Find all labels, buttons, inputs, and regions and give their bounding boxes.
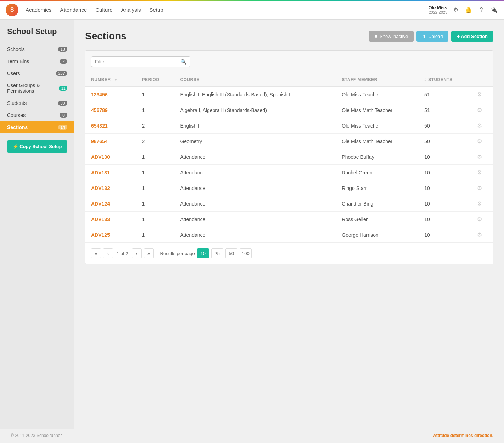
nav-analysis[interactable]: Analysis xyxy=(121,5,141,14)
cell-course-9: Attendance xyxy=(174,227,336,243)
add-section-label: + Add Section xyxy=(457,34,488,39)
section-link-8[interactable]: ADV133 xyxy=(91,217,110,222)
nav-academics[interactable]: Academics xyxy=(26,5,51,14)
sidebar-item-students[interactable]: Students 99 xyxy=(0,97,74,109)
add-section-button[interactable]: + Add Section xyxy=(451,31,493,42)
sidebar-item-schools[interactable]: Schools 18 xyxy=(0,43,74,55)
per-page-10[interactable]: 10 xyxy=(197,248,209,258)
show-inactive-button[interactable]: Show inactive xyxy=(369,31,414,42)
sections-table: NUMBER ▼ PERIOD COURSE STAFF MEMBER # ST… xyxy=(85,73,493,242)
cell-staff-3: Ole Miss Math Teacher xyxy=(336,134,419,149)
cell-period-2: 2 xyxy=(136,118,175,134)
row-gear-icon-3[interactable]: ⚙ xyxy=(477,138,482,144)
table-row: 654321 2 English II Ole Miss Teacher 50 … xyxy=(85,118,493,134)
bell-icon[interactable]: 🔔 xyxy=(464,6,473,14)
nav-attendance[interactable]: Attendance xyxy=(60,5,87,14)
section-link-4[interactable]: ADV130 xyxy=(91,154,110,160)
cell-gear-4: ⚙ xyxy=(471,149,493,165)
logo[interactable]: S xyxy=(6,4,18,16)
per-page-25[interactable]: 25 xyxy=(211,248,223,258)
sidebar-item-sections[interactable]: Sections 14 xyxy=(0,121,74,133)
cell-period-4: 1 xyxy=(136,149,175,165)
cell-number-9: ADV125 xyxy=(85,227,136,243)
sidebar-title: School Setup xyxy=(0,27,74,43)
cell-number-0: 123456 xyxy=(85,87,136,102)
row-gear-icon-0[interactable]: ⚙ xyxy=(477,91,482,97)
sidebar-label-sections: Sections xyxy=(7,124,28,130)
cell-gear-5: ⚙ xyxy=(471,165,493,180)
cell-number-3: 987654 xyxy=(85,134,136,149)
cell-students-7: 10 xyxy=(419,196,471,212)
sidebar-item-term-bins[interactable]: Term Bins 7 xyxy=(0,55,74,67)
cell-gear-2: ⚙ xyxy=(471,118,493,134)
cell-students-2: 50 xyxy=(419,118,471,134)
sidebar-item-courses[interactable]: Courses 8 xyxy=(0,109,74,121)
section-link-1[interactable]: 456789 xyxy=(91,107,108,113)
cell-number-4: ADV130 xyxy=(85,149,136,165)
cell-gear-0: ⚙ xyxy=(471,87,493,102)
sidebar-item-users[interactable]: Users 267 xyxy=(0,67,74,79)
sidebar-badge-students: 99 xyxy=(58,101,67,106)
upload-button[interactable]: ⬆ Upload xyxy=(416,31,448,42)
last-page-button[interactable]: » xyxy=(144,248,154,258)
next-page-button[interactable]: › xyxy=(132,248,142,258)
prev-page-button[interactable]: ‹ xyxy=(103,248,113,258)
help-icon[interactable]: ? xyxy=(477,6,486,14)
cell-number-7: ADV124 xyxy=(85,196,136,212)
sidebar-label-courses: Courses xyxy=(7,112,26,118)
row-gear-icon-8[interactable]: ⚙ xyxy=(477,216,482,222)
sidebar-badge-user-groups: 11 xyxy=(59,86,67,91)
section-link-6[interactable]: ADV132 xyxy=(91,185,110,191)
cell-course-5: Attendance xyxy=(174,165,336,180)
sidebar-item-user-groups[interactable]: User Groups & Permissions 11 xyxy=(0,79,74,97)
col-period: PERIOD xyxy=(136,73,175,87)
section-link-0[interactable]: 123456 xyxy=(91,92,108,97)
copy-school-setup-button[interactable]: ⚡ Copy School Setup xyxy=(7,140,67,153)
cell-course-8: Attendance xyxy=(174,212,336,227)
first-page-button[interactable]: « xyxy=(91,248,101,258)
section-link-3[interactable]: 987654 xyxy=(91,139,108,144)
table-row: ADV125 1 Attendance George Harrison 10 ⚙ xyxy=(85,227,493,243)
col-number[interactable]: NUMBER ▼ xyxy=(85,73,136,87)
show-inactive-dot xyxy=(375,35,377,38)
table-row: 987654 2 Geometry Ole Miss Math Teacher … xyxy=(85,134,493,149)
main-content: Sections Show inactive ⬆ Upload + Add Se… xyxy=(74,20,504,429)
nav-culture[interactable]: Culture xyxy=(95,5,112,14)
cell-period-9: 1 xyxy=(136,227,175,243)
section-link-5[interactable]: ADV131 xyxy=(91,170,110,175)
user-info: Ole Miss 2022-2023 xyxy=(429,5,447,15)
per-page-100[interactable]: 100 xyxy=(240,248,252,258)
cell-period-1: 1 xyxy=(136,102,175,118)
per-page-50[interactable]: 50 xyxy=(225,248,237,258)
row-gear-icon-4[interactable]: ⚙ xyxy=(477,154,482,160)
section-link-2[interactable]: 654321 xyxy=(91,123,108,129)
section-link-7[interactable]: ADV124 xyxy=(91,201,110,207)
gear-icon[interactable]: ⚙ xyxy=(452,6,460,14)
cell-course-7: Attendance xyxy=(174,196,336,212)
row-gear-icon-1[interactable]: ⚙ xyxy=(477,107,482,113)
row-gear-icon-2[interactable]: ⚙ xyxy=(477,123,482,129)
nav-setup[interactable]: Setup xyxy=(149,5,163,14)
cell-course-4: Attendance xyxy=(174,149,336,165)
table-row: ADV132 1 Attendance Ringo Starr 10 ⚙ xyxy=(85,180,493,196)
row-gear-icon-6[interactable]: ⚙ xyxy=(477,185,482,191)
cell-students-0: 51 xyxy=(419,87,471,102)
header-actions: Show inactive ⬆ Upload + Add Section xyxy=(369,31,493,42)
cell-students-3: 50 xyxy=(419,134,471,149)
cell-staff-9: George Harrison xyxy=(336,227,419,243)
filter-input[interactable] xyxy=(95,59,180,65)
table-body: 123456 1 English I, English III (Standar… xyxy=(85,87,493,243)
table-row: 456789 1 Algebra I, Algebra II (Standard… xyxy=(85,102,493,118)
row-gear-icon-9[interactable]: ⚙ xyxy=(477,232,482,238)
cell-number-1: 456789 xyxy=(85,102,136,118)
power-icon[interactable]: 🔌 xyxy=(490,6,498,14)
col-course: COURSE xyxy=(174,73,336,87)
section-link-9[interactable]: ADV125 xyxy=(91,232,110,238)
cell-staff-5: Rachel Green xyxy=(336,165,419,180)
cell-gear-1: ⚙ xyxy=(471,102,493,118)
search-icon: 🔍 xyxy=(180,59,186,65)
row-gear-icon-5[interactable]: ⚙ xyxy=(477,169,482,175)
row-gear-icon-7[interactable]: ⚙ xyxy=(477,201,482,207)
cell-course-3: Geometry xyxy=(174,134,336,149)
table-row: ADV130 1 Attendance Phoebe Buffay 10 ⚙ xyxy=(85,149,493,165)
